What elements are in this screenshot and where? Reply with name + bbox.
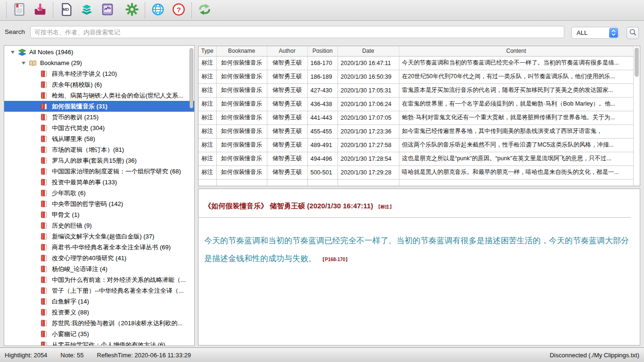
tree-item-book[interactable]: 中央帝国的哲学密码 (142): [4, 198, 194, 209]
column-header-type[interactable]: Type: [198, 46, 216, 56]
table-row[interactable]: 标注如何假装懂音乐储智勇王硕441-4432020/1/30 17:07:05鲍…: [198, 111, 634, 124]
tree-item-label: 中国国家治理的制度逻辑：一个组织学研究 (68): [52, 167, 181, 176]
cell-date: 2020/1/30 17:07:05: [338, 111, 399, 124]
tree-item-book[interactable]: 市场的逻辑（增订本）(81): [4, 144, 194, 155]
column-header-position[interactable]: Position: [307, 46, 338, 56]
tree-item-all-notes[interactable]: All Notes (1946): [4, 47, 194, 58]
cell-position: 489-491: [307, 138, 338, 152]
note-body-text: 今天的节奏蓝调和当初的节奏蓝调已经完全不一样了。当初的节奏蓝调有很多是描述困苦生…: [204, 236, 629, 263]
table-scrollbar-thumb[interactable]: [635, 48, 639, 77]
tree-item-book[interactable]: 杨伯峻_论语译注 (4): [4, 263, 194, 274]
tree-item-label: 改变心理学的40项研究 (41): [52, 254, 126, 263]
column-header-date[interactable]: Date: [338, 46, 399, 56]
tree-item-book[interactable]: 从零开始学写作：个人增值的有效方法 (6): [4, 339, 194, 346]
tree-item-label: 从零开始学写作：个人增值的有效方法 (6): [52, 341, 165, 346]
tree-item-label: 投资中最简单的事 (133): [52, 178, 117, 187]
tree-item-book[interactable]: 苏世民:我的经验与教训（2018读桥水达利欧的...: [4, 318, 194, 329]
cell-bookname: 如何假装懂音乐: [216, 111, 267, 124]
import-button[interactable]: [30, 1, 50, 19]
openbook-icon: [29, 59, 37, 67]
tree-item-book[interactable]: 枪炮、病菌与钢铁:人类社会的命运(世纪人文系...: [4, 90, 194, 101]
book-icon: [41, 124, 49, 132]
book-icon: [41, 233, 49, 240]
stats-chart-button[interactable]: [97, 1, 118, 19]
tree-item-book[interactable]: 中国国家治理的制度逻辑：一个组织学研究 (68): [4, 166, 194, 177]
tree-item-book[interactable]: 白鱼解字 (14): [4, 296, 194, 307]
export-markdown-button[interactable]: MD: [56, 1, 76, 19]
table-row[interactable]: 标注如何假装懂音乐储智勇王硕427-4302020/1/30 17:05:31雷…: [198, 83, 634, 97]
tree-item-book[interactable]: 商君书-中华经典名著全本全注全译丛书 (69): [4, 242, 194, 253]
tree-item-book[interactable]: 罗马人的故事(套装共15册) (36): [4, 155, 194, 166]
column-header-bookname[interactable]: Bookname: [216, 46, 267, 56]
tree-item-book[interactable]: 如何假装懂音乐 (31): [4, 101, 194, 112]
tree-item-label: 中国为什么有前途：对外经济关系的战略潜能（...: [52, 276, 186, 284]
tree-item-bookname[interactable]: Bookname (29): [4, 58, 194, 68]
tree-item-book[interactable]: 管子（上下册）--中华经典名著全本全注全译（...: [4, 285, 194, 296]
help-button[interactable]: ?: [168, 1, 189, 19]
table-row[interactable]: 标注如何假装懂音乐储智勇王硕186-1892020/1/30 16:50:39在…: [198, 70, 634, 83]
tree-item-book[interactable]: 甲骨文 (1): [4, 209, 194, 220]
tree-item-label: 如何假装懂音乐 (31): [52, 102, 107, 111]
tree-item-label: 历史的巨镜 (9): [52, 222, 92, 230]
book-icon: [41, 146, 49, 154]
tree-item-book[interactable]: 投资要义 (88): [4, 307, 194, 318]
tree-item-book[interactable]: 薛兆丰经济学讲义 (120): [4, 68, 194, 79]
table-row[interactable]: 标注如何假装懂音乐储智勇王硕489-4912020/1/30 17:27:58但…: [198, 138, 634, 152]
tree-item-book[interactable]: 中国为什么有前途：对外经济关系的战略潜能（...: [4, 274, 194, 285]
book-icon: [41, 265, 49, 273]
tree-item-book[interactable]: 庆余年(精校版) (6): [4, 79, 194, 90]
tree-item-book[interactable]: 改变心理学的40项研究 (41): [4, 253, 194, 263]
filter-dropdown[interactable]: ALL: [571, 27, 619, 39]
search-button[interactable]: [627, 27, 639, 39]
cell-date: 2020/1/30 17:28:54: [338, 152, 399, 165]
tree-item-book[interactable]: 钱从哪里来 (58): [4, 133, 194, 144]
tree-item-book[interactable]: 小窗幽记 (35): [4, 329, 194, 339]
refresh-button[interactable]: [194, 1, 215, 19]
table-row[interactable]: 标注如何假装懂音乐储智勇王硕494-4962020/1/30 17:28:54这…: [198, 152, 634, 165]
book-icon: [41, 309, 49, 316]
column-header-author[interactable]: Author: [267, 46, 307, 56]
tree-item-book[interactable]: 少年凯歌 (6): [4, 188, 194, 198]
cell-bookname: 如何假装懂音乐: [216, 70, 267, 83]
status-refresh-time: RefleshTime: 2020-06-16 11:33:29: [97, 352, 191, 359]
cell-position: 455-455: [307, 124, 338, 138]
book-icon: [41, 287, 49, 295]
disclosure-triangle-icon[interactable]: [22, 62, 25, 65]
cell-type: 标注: [198, 152, 216, 165]
notes-table-body: 标注如何假装懂音乐储智勇王硕168-1702020/1/30 16:47:11今…: [198, 56, 634, 186]
tree-item-book[interactable]: 新编说文解字大全集(超值白金版) (37): [4, 231, 194, 242]
table-row[interactable]: 标注如何假装懂音乐储智勇王硕455-4552020/1/30 17:23:36如…: [198, 124, 634, 138]
cell-date: 2020/1/30 16:50:39: [338, 70, 399, 83]
website-button[interactable]: [148, 1, 168, 19]
settings-button[interactable]: [122, 1, 142, 19]
tree-item-book[interactable]: 中国古代简史 (304): [4, 123, 194, 133]
table-row[interactable]: 标注如何假装懂音乐储智勇王硕500-5012020/1/30 17:29:28嘻…: [198, 165, 634, 179]
tree-item-book[interactable]: 历史的巨镜 (9): [4, 220, 194, 231]
cell-date: 2020/1/30 17:23:36: [338, 124, 399, 138]
dropdown-stepper-icon: [609, 28, 618, 38]
book-icon: [41, 200, 49, 208]
table-row[interactable]: 标注如何假装懂音乐储智勇王硕436-4382020/1/30 17:06:24在…: [198, 97, 634, 111]
tree-item-book[interactable]: 投资中最简单的事 (133): [4, 177, 194, 188]
tree-item-label: 罗马人的故事(套装共15册) (36): [52, 156, 137, 165]
disclosure-triangle-icon[interactable]: [11, 51, 15, 54]
tree-item-label: Bookname (29): [40, 59, 82, 66]
chart-icon: [100, 2, 115, 18]
layers-icon: [80, 2, 94, 18]
cell-position: 441-443: [307, 111, 338, 124]
cell-bookname: 如何假装懂音乐: [216, 56, 267, 70]
cell-type: 标注: [198, 124, 216, 138]
book-icon: [41, 255, 49, 262]
tree-item-label: 商君书-中华经典名著全本全注全译丛书 (69): [52, 243, 171, 252]
book-icon: [41, 276, 49, 284]
document-notes-button[interactable]: [9, 1, 30, 19]
export-layers-button[interactable]: [76, 1, 97, 19]
table-row-partial: [198, 179, 634, 186]
column-header-content[interactable]: Content: [399, 46, 634, 56]
search-input[interactable]: [30, 26, 564, 38]
document-notes-icon: [12, 2, 26, 18]
tree-item-book[interactable]: 货币的教训 (215): [4, 112, 194, 123]
tree-item-label: 管子（上下册）--中华经典名著全本全注全译（...: [52, 287, 184, 295]
table-row[interactable]: 标注如何假装懂音乐储智勇王硕168-1702020/1/30 16:47:11今…: [198, 56, 634, 70]
sidebar-scrollbar-thumb[interactable]: [190, 48, 193, 108]
